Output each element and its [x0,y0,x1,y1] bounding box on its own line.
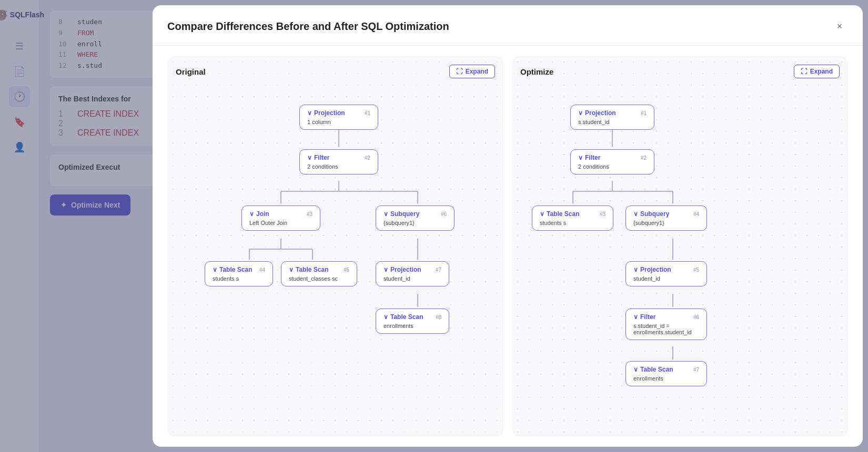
opt-node-7-title: ∨ Table Scan [633,366,673,373]
chevron-down-icon-8: ∨ [383,313,388,321]
opt-node-3-num: #3 [600,211,605,217]
node-6-title: ∨ Subquery [383,210,419,218]
node-7-title: ∨ Projection [383,266,421,273]
opt-node-4[interactable]: ∨ Subquery #4 {subquery1} [625,206,707,231]
node-4-title: ∨ Table Scan [213,266,252,273]
chevron-down-icon-o7: ∨ [633,366,638,373]
opt-node-6-detail: s.student_id = enrollments.student_id [633,323,699,335]
node-2-title: ∨ Filter [307,154,329,161]
opt-node-7-detail: enrollments [633,375,699,382]
original-title: Original [176,67,206,76]
original-panel-header: Original ⛶ Expand [176,65,495,78]
expand-icon-2: ⛶ [801,68,807,75]
chevron-down-icon-o2: ∨ [578,154,583,161]
chevron-down-icon-o5: ∨ [633,266,638,273]
modal-title: Compare Differences Before and After SQL… [167,20,449,33]
original-expand-button[interactable]: ⛶ Expand [449,65,495,78]
chevron-down-icon-6: ∨ [383,210,388,218]
opt-node-2-title: ∨ Filter [578,154,600,161]
orig-node-5[interactable]: ∨ Table Scan #5 student_classes sc [281,261,357,286]
orig-node-2[interactable]: ∨ Filter #2 2 conditions [299,149,378,174]
node-3-detail: Left Outer Join [249,220,312,226]
node-2-num: #2 [365,155,370,161]
chevron-down-icon-4: ∨ [213,266,217,273]
opt-node-6-title: ∨ Filter [633,313,655,321]
orig-node-7[interactable]: ∨ Projection #7 student_id [376,261,449,286]
chevron-down-icon-5: ∨ [289,266,294,273]
opt-node-2-detail: 2 conditions [578,163,647,170]
opt-node-2-num: #2 [641,155,647,161]
node-4-num: #4 [259,267,265,273]
orig-node-8[interactable]: ∨ Table Scan #8 enrollments [376,309,449,334]
chevron-down-icon: ∨ [307,109,312,117]
opt-node-3-detail: students s [540,220,605,226]
optimized-panel: Optimize ⛶ Expand [512,56,848,436]
node-7-detail: student_id [383,275,441,282]
chevron-down-icon-7: ∨ [383,266,388,273]
expand-icon: ⛶ [456,68,462,75]
node-5-num: #5 [344,267,349,273]
opt-node-4-num: #4 [693,211,699,217]
optimized-expand-button[interactable]: ⛶ Expand [794,65,840,78]
opt-node-7[interactable]: ∨ Table Scan #7 enrollments [625,361,707,386]
opt-node-1-title: ∨ Projection [578,109,616,117]
modal-body: Original ⛶ Expand [153,46,863,447]
opt-node-1[interactable]: ∨ Projection #1 s.student_id [570,105,654,130]
opt-node-6-num: #6 [693,314,699,320]
opt-node-5-num: #5 [693,267,699,273]
chevron-down-icon-o4: ∨ [633,210,638,218]
node-3-num: #3 [307,211,312,217]
node-1-title: ∨ Projection [307,109,345,117]
chevron-down-icon-o3: ∨ [540,210,544,218]
chevron-down-icon-3: ∨ [249,210,254,218]
node-5-title: ∨ Table Scan [289,266,328,273]
node-4-detail: students s [213,275,265,282]
node-1-detail: 1 column [307,119,370,125]
node-1-num: #1 [365,110,370,116]
opt-node-3[interactable]: ∨ Table Scan #3 students s [532,206,613,231]
orig-node-4[interactable]: ∨ Table Scan #4 students s [205,261,273,286]
node-8-title: ∨ Table Scan [383,313,423,321]
node-2-detail: 2 conditions [307,163,370,170]
orig-node-6[interactable]: ∨ Subquery #6 {subquery1} [376,206,455,231]
opt-node-5-detail: student_id [633,275,699,282]
modal-header: Compare Differences Before and After SQL… [153,5,863,46]
node-8-detail: enrollments [383,323,441,329]
close-button[interactable]: × [831,18,848,35]
opt-node-5[interactable]: ∨ Projection #5 student_id [625,261,707,286]
opt-node-4-title: ∨ Subquery [633,210,669,218]
node-5-detail: student_classes sc [289,275,349,282]
original-panel: Original ⛶ Expand [167,56,503,436]
original-expand-label: Expand [466,68,488,75]
optimized-panel-header: Optimize ⛶ Expand [520,65,840,78]
node-7-num: #7 [436,267,441,273]
node-6-detail: {subquery1} [383,220,447,226]
opt-node-5-title: ∨ Projection [633,266,671,273]
node-3-title: ∨ Join [249,210,269,218]
opt-node-1-detail: s.student_id [578,119,647,125]
opt-node-4-detail: {subquery1} [633,220,699,226]
opt-node-6[interactable]: ∨ Filter #6 s.student_id = enrollments.s… [625,309,707,340]
comparison-modal: Compare Differences Before and After SQL… [153,5,863,447]
chevron-down-icon-o6: ∨ [633,313,638,321]
chevron-down-icon-2: ∨ [307,154,312,161]
optimized-title: Optimize [520,67,553,76]
opt-node-1-num: #1 [641,110,647,116]
opt-node-7-num: #7 [693,367,699,373]
opt-node-3-title: ∨ Table Scan [540,210,579,218]
orig-node-1[interactable]: ∨ Projection #1 1 column [299,105,378,130]
node-6-num: #6 [441,211,447,217]
node-8-num: #8 [436,314,441,320]
optimized-expand-label: Expand [810,68,833,75]
orig-node-3[interactable]: ∨ Join #3 Left Outer Join [241,206,320,231]
chevron-down-icon-o1: ∨ [578,109,583,117]
opt-node-2[interactable]: ∨ Filter #2 2 conditions [570,149,654,174]
